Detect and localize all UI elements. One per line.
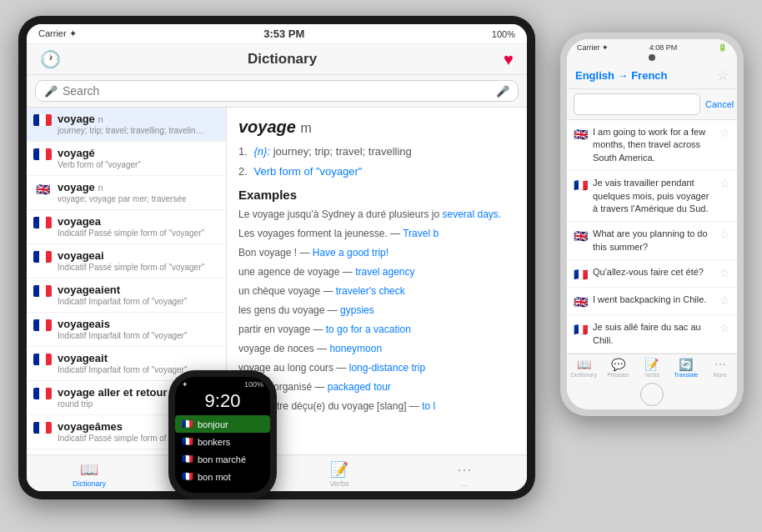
watch-item[interactable]: 🇫🇷bon marché: [175, 450, 270, 468]
ipad-tab-verbs[interactable]: 📝Verbs: [277, 459, 402, 489]
tab-icon: 📖: [80, 460, 98, 479]
example-fr: un chèque voyage —: [238, 285, 333, 297]
flag-fr: 🇫🇷: [574, 178, 588, 192]
iphone-tab-icon: ⋯: [714, 358, 726, 371]
watch-device: ✦ 100% 9:20 🇫🇷bonjour🇫🇷bonkers🇫🇷bon marc…: [168, 370, 277, 499]
ipad-status-bar: Carrier ✦ 3:53 PM 100%: [27, 24, 527, 44]
iphone-cancel-button[interactable]: Cancel: [705, 99, 734, 109]
iphone-tab-more[interactable]: ⋯More: [703, 357, 737, 379]
flag-fr-icon: [33, 388, 52, 399]
trans-text: What are you planning to do this summer?: [593, 228, 716, 253]
flag-gb: 🇬🇧: [574, 229, 588, 243]
example-en-link[interactable]: travel agency: [355, 266, 414, 278]
sense-link-2: Verb form of "voyager": [253, 165, 362, 178]
iphone-tabs: 📖Dictionary💬Phrases📝Verbs🔄Translate⋯More: [567, 354, 737, 380]
sense-text-1: journey; trip; travel; travelling: [273, 145, 412, 158]
ipad-tab-dictionary[interactable]: 📖Dictionary: [27, 459, 152, 489]
example-en-link[interactable]: packaged tour: [328, 381, 391, 393]
example-fr: Le voyage jusqu'à Sydney a duré plusieur…: [238, 208, 439, 220]
word-def: journey; trip; travel; travelling; trave…: [58, 125, 208, 136]
iphone-tab-label: Translate: [674, 372, 698, 378]
example-en-link[interactable]: Have a good trip!: [313, 247, 389, 258]
iphone-camera-area: [567, 54, 737, 63]
iphone-tab-verbs[interactable]: 📝Verbs: [635, 357, 669, 379]
iphone-tab-dictionary[interactable]: 📖Dictionary: [567, 357, 601, 379]
watch-word: bon marché: [198, 454, 246, 464]
word-list-item[interactable]: voyagé Verb form of "voyager": [27, 142, 226, 176]
example-en-link[interactable]: gypsies: [340, 304, 374, 316]
watch-item[interactable]: 🇫🇷bon mot: [175, 468, 270, 485]
example-item: ne pas être déçu(e) du voyage [slang] — …: [238, 399, 515, 414]
word-info: voyageaient Indicatif Imparfait form of …: [58, 284, 188, 307]
iphone-search-input[interactable]: [574, 93, 700, 115]
iphone-status-bar: Carrier ✦ 4:08 PM 🔋: [567, 39, 737, 54]
tab-label: Verbs: [329, 479, 348, 488]
word-list-item[interactable]: voyage n journey; trip; travel; travelli…: [27, 108, 226, 142]
word-name: voyageaient: [58, 284, 188, 296]
example-fr: Les voyages forment la jeunesse. —: [238, 228, 400, 239]
word-def: Indicatif Passé simple form of "voyager": [58, 262, 204, 273]
scene: Carrier ✦ 3:53 PM 100% 🕐 Dictionary ♥ 🎤 …: [18, 16, 744, 516]
watch-items: 🇫🇷bonjour🇫🇷bonkers🇫🇷bon marché🇫🇷bon mot: [175, 415, 270, 485]
star-icon[interactable]: ☆: [719, 177, 730, 190]
example-en-link[interactable]: honeymoon: [329, 343, 382, 354]
pos-tag: n: [98, 183, 103, 193]
example-en-link[interactable]: Travel b: [403, 228, 439, 239]
iphone-tab-icon: 🔄: [679, 358, 693, 371]
iphone-star-icon[interactable]: ☆: [717, 68, 729, 83]
iphone-tab-phrases[interactable]: 💬Phrases: [601, 357, 635, 379]
iphone-device: Carrier ✦ 4:08 PM 🔋 English → French ☆ C…: [560, 33, 744, 416]
word-info: voyage n journey; trip; travel; travelli…: [58, 113, 208, 136]
word-name: voyage n: [58, 181, 187, 193]
watch-status: ✦ 100%: [175, 377, 270, 390]
word-info: voyagea Indicatif Passé simple form of "…: [58, 215, 204, 238]
iphone-search-bar: Cancel: [567, 89, 737, 120]
word-list-item[interactable]: voyagea Indicatif Passé simple form of "…: [27, 210, 226, 244]
word-list-item[interactable]: voyageai Indicatif Passé simple form of …: [27, 244, 226, 279]
watch-item[interactable]: 🇫🇷bonkers: [175, 433, 270, 450]
ipad-tab-...[interactable]: ⋯...: [402, 459, 527, 489]
ipad-time: 3:53 PM: [263, 28, 304, 40]
watch-item[interactable]: 🇫🇷bonjour: [175, 415, 270, 433]
word-list-item[interactable]: 🇬🇧 voyage n voyage; voyage par mer; trav…: [27, 176, 226, 210]
star-icon[interactable]: ☆: [719, 266, 730, 279]
watch-battery: 100%: [244, 380, 263, 389]
mic-right-icon[interactable]: 🎤: [496, 85, 509, 98]
star-icon[interactable]: ☆: [719, 321, 730, 334]
translation-item: 🇬🇧What are you planning to do this summe…: [567, 222, 737, 260]
example-en-link[interactable]: traveler's check: [336, 285, 405, 297]
ipad-search-input[interactable]: [63, 84, 496, 98]
heart-icon[interactable]: ♥: [504, 50, 514, 69]
word-list-item[interactable]: voyageaient Indicatif Imparfait form of …: [27, 279, 226, 313]
translation-item: 🇫🇷Qu'allez-vous faire cet été?☆: [567, 260, 737, 288]
example-en-link[interactable]: to l: [422, 400, 435, 412]
example-en-link[interactable]: long-distance trip: [349, 362, 425, 374]
iphone-tab-label: Verbs: [644, 372, 659, 378]
mic-left-icon: 🎤: [44, 85, 58, 98]
watch-word: bon mot: [198, 472, 231, 482]
word-list-item[interactable]: voyageais Indicatif Imparfait form of "v…: [27, 313, 226, 347]
flag-gb: 🇬🇧: [574, 295, 588, 309]
iphone-tab-icon: 📖: [577, 358, 591, 371]
flag-fr-icon: [33, 354, 52, 365]
word-def: round trip: [58, 399, 168, 409]
flag-gb: 🇬🇧: [574, 128, 588, 141]
example-en-link[interactable]: several days.: [442, 208, 501, 220]
example-item: voyage organisé — packaged tour: [238, 379, 515, 394]
star-icon[interactable]: ☆: [719, 228, 730, 241]
example-en-link[interactable]: to go for a vacation: [326, 324, 411, 335]
clock-icon[interactable]: 🕐: [40, 49, 61, 69]
word-name: voyagé: [58, 147, 141, 159]
flag-fr-icon: [33, 422, 52, 434]
iphone-tab-translate[interactable]: 🔄Translate: [669, 357, 703, 379]
ipad-carrier: Carrier ✦: [38, 28, 77, 39]
star-icon[interactable]: ☆: [719, 294, 730, 307]
flag-fr: 🇫🇷: [574, 323, 588, 336]
tab-icon: ⋯: [457, 460, 472, 479]
headword: voyage m: [238, 118, 515, 137]
star-icon[interactable]: ☆: [719, 126, 730, 139]
watch-flag: 🇫🇷: [182, 436, 193, 447]
iphone-home-button[interactable]: [640, 383, 664, 406]
trans-text: I am going to work for a few months, the…: [593, 126, 716, 164]
iphone-tab-icon: 📝: [644, 358, 659, 371]
